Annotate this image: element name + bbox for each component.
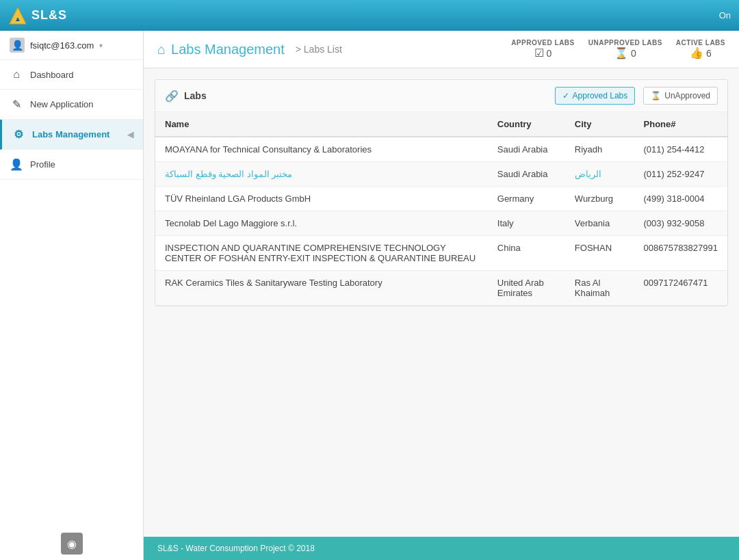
lab-country: Saudi Arabia — [488, 137, 565, 162]
body-layout: 👤 fsiqtc@163.com ▾ ⌂ Dashboard ✎ New App… — [0, 31, 739, 560]
dashboard-icon: ⌂ — [10, 68, 23, 81]
lab-country: Germany — [488, 187, 565, 211]
user-dropdown-icon: ▾ — [99, 42, 103, 49]
logo-text: SL&S — [31, 8, 67, 23]
content-area: 🔗 Labs ✓ Approved Labs ⌛ UnApproved — [144, 68, 739, 537]
arabic-text: مختبر المواد الصحية وقطع السباكة — [165, 169, 292, 179]
col-name: Name — [155, 112, 488, 137]
lab-phone: 008675783827991 — [634, 236, 727, 271]
labs-table-card: 🔗 Labs ✓ Approved Labs ⌛ UnApproved — [155, 79, 728, 306]
lab-phone: (011) 252-9247 — [634, 162, 727, 187]
table-row[interactable]: Tecnolab Del Lago Maggiore s.r.l. Italy … — [155, 211, 727, 236]
unapproved-labs-btn-label: UnApproved — [664, 91, 710, 101]
sidebar-user[interactable]: 👤 fsiqtc@163.com ▾ — [0, 31, 143, 60]
col-city: City — [565, 112, 634, 137]
unapproved-labs-icon: ⌛ — [614, 46, 628, 59]
user-email: fsiqtc@163.com — [30, 40, 94, 51]
stat-approved-value: 0 — [547, 48, 552, 59]
col-phone: Phone# — [634, 112, 727, 137]
lab-city: Ras Al Khaimah — [565, 271, 634, 306]
stat-approved-label: APPROVED LABS — [511, 39, 575, 46]
sidebar-item-label: Dashboard — [30, 70, 74, 80]
sidebar-item-dashboard[interactable]: ⌂ Dashboard — [0, 60, 143, 90]
lab-name: RAK Ceramics Tiles & Sanitaryware Testin… — [155, 271, 488, 306]
table-row[interactable]: TÜV Rheinland LGA Products GmbH Germany … — [155, 187, 727, 211]
table-row[interactable]: INSPECTION AND QUARANTINE COMPREHENSIVE … — [155, 236, 727, 271]
page-title-icon: ⌂ — [157, 42, 166, 57]
sidebar-item-label: Labs Management — [32, 129, 109, 139]
app-header: ▲ SL&S On — [0, 0, 739, 31]
table-header: Name Country City Phone# — [155, 112, 727, 137]
approved-labs-icon: ☑ — [534, 46, 544, 59]
table-body: MOAYANA for Technical Consultancy & Labo… — [155, 137, 727, 306]
lab-name: Tecnolab Del Lago Maggiore s.r.l. — [155, 211, 488, 236]
sidebar: 👤 fsiqtc@163.com ▾ ⌂ Dashboard ✎ New App… — [0, 31, 144, 560]
app-footer: SL&S - Water Consumption Project © 2018 — [144, 537, 739, 560]
lab-phone: (499) 318-0004 — [634, 187, 727, 211]
svg-text:▲: ▲ — [14, 15, 21, 23]
stat-unapproved-label: UNAPPROVED LABS — [588, 39, 662, 46]
logo-icon: ▲ — [8, 6, 27, 25]
arabic-city: الرياض — [575, 169, 601, 179]
sidebar-nav: ⌂ Dashboard ✎ New Application ⚙ Labs Man… — [0, 60, 143, 527]
stat-active-value-wrap: 👍 6 — [690, 46, 712, 59]
sidebar-item-profile[interactable]: 👤 Profile — [0, 150, 143, 180]
stats-area: APPROVED LABS ☑ 0 UNAPPROVED LABS ⌛ 0 AC… — [511, 39, 725, 59]
main-content: ⌂ Labs Management > Labs List APPROVED L… — [144, 31, 739, 560]
lab-phone: (003) 932-9058 — [634, 211, 727, 236]
approved-labs-button[interactable]: ✓ Approved Labs — [555, 87, 636, 105]
table-row[interactable]: مختبر المواد الصحية وقطع السباكة Saudi A… — [155, 162, 727, 187]
labs-table: Name Country City Phone# MOAYANA for Tec… — [155, 112, 727, 306]
stat-approved-value-wrap: ☑ 0 — [534, 46, 552, 59]
lab-country: Italy — [488, 211, 565, 236]
new-application-icon: ✎ — [10, 98, 23, 111]
table-toolbar-right: ✓ Approved Labs ⌛ UnApproved — [555, 87, 718, 105]
sidebar-item-label: Profile — [30, 159, 55, 170]
table-row[interactable]: MOAYANA for Technical Consultancy & Labo… — [155, 137, 727, 162]
sidebar-arrow-icon: ◀ — [127, 130, 133, 139]
lab-name: TÜV Rheinland LGA Products GmbH — [155, 187, 488, 211]
unapproved-hourglass-icon: ⌛ — [651, 91, 661, 101]
logo: ▲ SL&S — [8, 6, 67, 25]
page-title-wrap: ⌂ Labs Management > Labs List — [157, 42, 342, 57]
sidebar-collapse-button[interactable]: ◉ — [61, 533, 83, 555]
sidebar-item-label: New Application — [30, 99, 94, 109]
profile-icon: 👤 — [10, 158, 23, 171]
table-title: Labs — [184, 90, 207, 101]
stat-active-value: 6 — [706, 48, 712, 59]
lab-phone: (011) 254-4412 — [634, 137, 727, 162]
approved-labs-btn-label: Approved Labs — [573, 91, 628, 101]
lab-city: FOSHAN — [565, 236, 634, 271]
unapproved-labs-button[interactable]: ⌛ UnApproved — [643, 87, 718, 105]
lab-name: MOAYANA for Technical Consultancy & Labo… — [155, 137, 488, 162]
active-labs-icon: 👍 — [690, 46, 703, 59]
table-toolbar-left: 🔗 Labs — [165, 90, 207, 103]
header-status: On — [719, 10, 731, 21]
stat-approved-labs: APPROVED LABS ☑ 0 — [511, 39, 575, 59]
collapse-icon: ◉ — [67, 537, 77, 550]
sidebar-item-labs-management[interactable]: ⚙ Labs Management ◀ — [0, 120, 143, 150]
table-toolbar: 🔗 Labs ✓ Approved Labs ⌛ UnApproved — [155, 80, 727, 112]
lab-city: Verbania — [565, 211, 634, 236]
table-row[interactable]: RAK Ceramics Tiles & Sanitaryware Testin… — [155, 271, 727, 306]
lab-name: INSPECTION AND QUARANTINE COMPREHENSIVE … — [155, 236, 488, 271]
breadcrumb-sub: > Labs List — [296, 44, 342, 55]
footer-text: SL&S - Water Consumption Project © 2018 — [157, 544, 315, 553]
col-country: Country — [488, 112, 565, 137]
lab-country: China — [488, 236, 565, 271]
sidebar-item-new-application[interactable]: ✎ New Application — [0, 90, 143, 120]
lab-phone: 0097172467471 — [634, 271, 727, 306]
lab-country: Saudi Arabia — [488, 162, 565, 187]
approved-check-icon: ✓ — [562, 91, 569, 101]
table-header-row: Name Country City Phone# — [155, 112, 727, 137]
lab-name-arabic: مختبر المواد الصحية وقطع السباكة — [155, 162, 488, 187]
stat-active-labs: ACTIVE LABS 👍 6 — [676, 39, 725, 59]
stat-unapproved-value-wrap: ⌛ 0 — [614, 46, 636, 59]
lab-city: الرياض — [565, 162, 634, 187]
lab-city: Riyadh — [565, 137, 634, 162]
stat-unapproved-labs: UNAPPROVED LABS ⌛ 0 — [588, 39, 662, 59]
page-header: ⌂ Labs Management > Labs List APPROVED L… — [144, 31, 739, 68]
user-avatar-icon: 👤 — [10, 38, 25, 53]
table-toolbar-icon: 🔗 — [165, 90, 179, 103]
stat-unapproved-value: 0 — [631, 48, 636, 59]
